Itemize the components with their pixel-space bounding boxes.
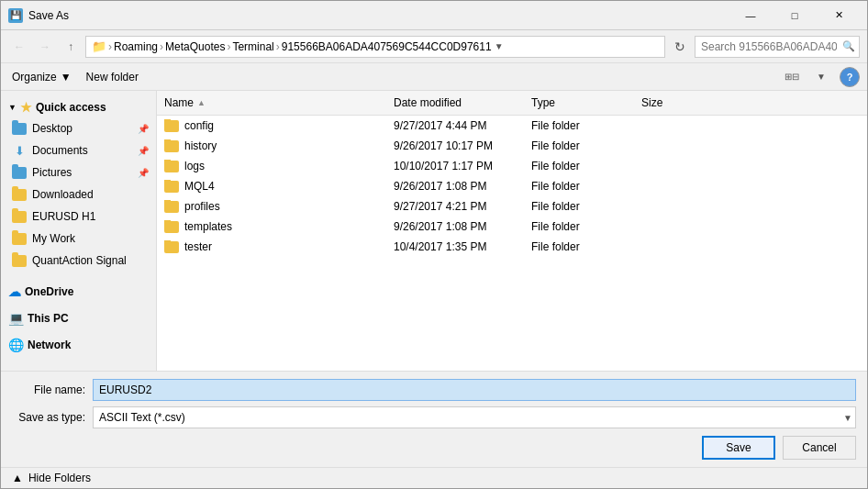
sidebar-item-mywork[interactable]: My Work bbox=[1, 228, 156, 250]
minimize-button[interactable]: — bbox=[729, 6, 772, 25]
sidebar-item-documents-label: Documents bbox=[32, 144, 88, 157]
file-list-header: Name ▲ Date modified Type Size bbox=[157, 91, 867, 116]
file-date-cell: 10/10/2017 1:17 PM bbox=[386, 160, 524, 172]
file-name-cell: tester bbox=[157, 240, 386, 253]
onedrive-item[interactable]: ☁ OneDrive bbox=[1, 279, 156, 302]
organize-dropdown-arrow: ▼ bbox=[61, 71, 72, 83]
file-name-cell: config bbox=[157, 119, 386, 132]
file-name-cell: templates bbox=[157, 220, 386, 233]
file-name: MQL4 bbox=[184, 180, 215, 193]
network-icon: 🌐 bbox=[8, 338, 24, 352]
save-button[interactable]: Save bbox=[702, 436, 775, 460]
folder-icon bbox=[164, 221, 179, 233]
forward-button[interactable]: → bbox=[34, 36, 56, 58]
filename-row: File name: bbox=[12, 379, 856, 401]
savetype-label: Save as type: bbox=[12, 411, 85, 424]
bottom-fields: File name: Save as type: ASCII Text (*.c… bbox=[12, 379, 856, 428]
back-button[interactable]: ← bbox=[8, 36, 30, 58]
breadcrumb-folder-icon: 📁 bbox=[92, 39, 106, 53]
sidebar-item-pictures[interactable]: Pictures 📌 bbox=[1, 161, 156, 183]
title-bar: 💾 Save As — □ ✕ bbox=[1, 1, 867, 30]
file-name: logs bbox=[184, 160, 205, 172]
mywork-icon bbox=[12, 231, 27, 246]
breadcrumb-bar: 📁 › Roaming › MetaQuotes › Terminal › 91… bbox=[85, 36, 665, 58]
thispc-icon: 💻 bbox=[8, 311, 24, 326]
sidebar-item-desktop[interactable]: Desktop 📌 bbox=[1, 117, 156, 139]
search-wrapper: 🔍 bbox=[695, 36, 860, 58]
organize-label: Organize bbox=[12, 71, 57, 83]
cancel-button[interactable]: Cancel bbox=[783, 436, 856, 460]
filename-input[interactable] bbox=[93, 379, 856, 401]
file-type-cell: File folder bbox=[524, 180, 634, 193]
breadcrumb-metaquotes[interactable]: MetaQuotes bbox=[165, 40, 225, 53]
file-name: templates bbox=[184, 220, 232, 233]
save-as-dialog: 💾 Save As — □ ✕ ← → ↑ 📁 › Roaming › Meta… bbox=[0, 0, 868, 489]
thispc-item[interactable]: 💻 This PC bbox=[1, 306, 156, 328]
table-row[interactable]: profiles 9/27/2017 4:21 PM File folder bbox=[157, 196, 867, 217]
sidebar-item-quantaction-label: QuantAction Signal bbox=[32, 254, 127, 267]
file-date-cell: 10/4/2017 1:35 PM bbox=[386, 240, 524, 253]
maximize-button[interactable]: □ bbox=[773, 6, 816, 25]
table-row[interactable]: history 9/26/2017 10:17 PM File folder bbox=[157, 136, 867, 156]
help-button[interactable]: ? bbox=[840, 67, 860, 87]
table-row[interactable]: logs 10/10/2017 1:17 PM File folder bbox=[157, 156, 867, 176]
view-dropdown-button[interactable]: ▼ bbox=[810, 67, 832, 87]
sidebar-item-downloaded[interactable]: Downloaded bbox=[1, 183, 156, 206]
quick-access-star-icon: ★ bbox=[20, 100, 32, 115]
sidebar-item-eurusd-label: EURUSD H1 bbox=[32, 210, 95, 223]
file-type-cell: File folder bbox=[524, 240, 634, 253]
view-options-button[interactable]: ⊞⊟ bbox=[781, 67, 803, 87]
close-button[interactable]: ✕ bbox=[818, 6, 860, 25]
table-row[interactable]: MQL4 9/26/2017 1:08 PM File folder bbox=[157, 176, 867, 196]
downloaded-icon bbox=[12, 187, 27, 202]
network-item[interactable]: 🌐 Network bbox=[1, 332, 156, 355]
pin-icon: 📌 bbox=[138, 124, 149, 134]
file-name-cell: history bbox=[157, 139, 386, 152]
refresh-button[interactable]: ↻ bbox=[669, 36, 691, 58]
quick-access-header[interactable]: ▼ ★ Quick access bbox=[1, 94, 156, 117]
file-name-cell: profiles bbox=[157, 200, 386, 213]
sidebar-item-downloaded-label: Downloaded bbox=[32, 188, 94, 201]
hide-folders-label: Hide Folders bbox=[28, 472, 91, 484]
folder-icon bbox=[164, 181, 179, 193]
hide-folders-bar[interactable]: ▲ Hide Folders bbox=[1, 467, 867, 488]
documents-icon: ⬇ bbox=[12, 143, 27, 158]
filename-label: File name: bbox=[12, 383, 85, 396]
file-date-cell: 9/26/2017 1:08 PM bbox=[386, 180, 524, 193]
header-size[interactable]: Size bbox=[634, 94, 707, 111]
file-list: Name ▲ Date modified Type Size config bbox=[157, 91, 867, 371]
file-type-cell: File folder bbox=[524, 160, 634, 172]
breadcrumb-dropdown-button[interactable]: ▼ bbox=[492, 38, 506, 56]
file-type-cell: File folder bbox=[524, 220, 634, 233]
organize-button[interactable]: Organize ▼ bbox=[8, 67, 75, 87]
eurusd-icon bbox=[12, 209, 27, 224]
sort-arrow: ▲ bbox=[197, 98, 206, 107]
header-type[interactable]: Type bbox=[524, 94, 634, 111]
organize-toolbar: Organize ▼ New folder ⊞⊟ ▼ ? bbox=[1, 63, 867, 91]
sidebar-item-eurusd[interactable]: EURUSD H1 bbox=[1, 206, 156, 228]
up-button[interactable]: ↑ bbox=[60, 36, 82, 58]
search-button[interactable]: 🔍 bbox=[840, 38, 858, 56]
folder-icon bbox=[164, 120, 179, 132]
breadcrumb-id[interactable]: 915566BA06ADA407569C544CC0D97611 bbox=[282, 40, 492, 53]
header-name[interactable]: Name ▲ bbox=[157, 94, 386, 111]
savetype-select[interactable]: ASCII Text (*.csv) bbox=[93, 406, 856, 428]
savetype-row: Save as type: ASCII Text (*.csv) ▼ bbox=[12, 406, 856, 428]
file-type-cell: File folder bbox=[524, 200, 634, 213]
sidebar-item-documents[interactable]: ⬇ Documents 📌 bbox=[1, 139, 156, 161]
quantaction-icon bbox=[12, 253, 27, 268]
thispc-label: This PC bbox=[28, 312, 69, 325]
table-row[interactable]: tester 10/4/2017 1:35 PM File folder bbox=[157, 237, 867, 257]
savetype-select-wrapper: ASCII Text (*.csv) ▼ bbox=[93, 406, 856, 428]
header-date[interactable]: Date modified bbox=[386, 94, 524, 111]
sidebar-item-quantaction[interactable]: QuantAction Signal bbox=[1, 250, 156, 272]
new-folder-button[interactable]: New folder bbox=[83, 67, 142, 87]
breadcrumb-terminal[interactable]: Terminal bbox=[232, 40, 273, 53]
sidebar-item-mywork-label: My Work bbox=[32, 232, 75, 245]
table-row[interactable]: config 9/27/2017 4:44 PM File folder bbox=[157, 116, 867, 136]
sidebar-item-pictures-label: Pictures bbox=[32, 166, 72, 179]
breadcrumb-roaming[interactable]: Roaming bbox=[114, 40, 158, 53]
search-input[interactable] bbox=[695, 36, 860, 58]
sidebar: ▼ ★ Quick access Desktop 📌 ⬇ Documents 📌 bbox=[1, 91, 157, 371]
table-row[interactable]: templates 9/26/2017 1:08 PM File folder bbox=[157, 217, 867, 237]
